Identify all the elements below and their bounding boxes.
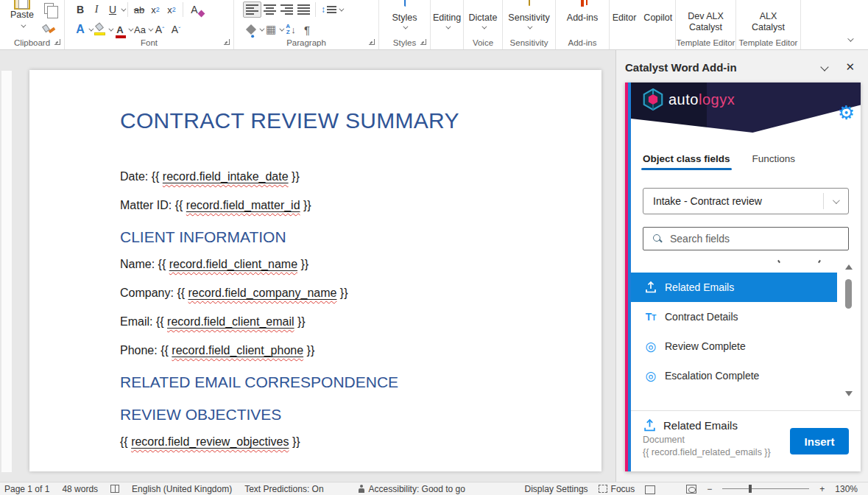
sensitivity-group-label: Sensitivity — [503, 38, 555, 47]
tab-object-class-fields[interactable]: Object class fields — [643, 153, 730, 170]
word-count[interactable]: 48 words — [62, 484, 98, 494]
editing-button[interactable]: Editing — [431, 0, 463, 37]
addins-button[interactable]: Add-ins — [556, 0, 609, 37]
accessibility-status[interactable]: Accessibility: Good to go — [369, 484, 465, 494]
upload-icon — [643, 281, 659, 294]
addins-icon — [581, 0, 584, 7]
page-indicator[interactable]: Page 1 of 1 — [4, 484, 49, 494]
field-list-item[interactable]: TTContract Details — [631, 302, 837, 331]
merge-field[interactable]: record.field_company_name — [188, 287, 337, 299]
sort-button[interactable]: AZ↓ — [283, 21, 299, 38]
format-painter-icon[interactable] — [43, 24, 54, 35]
paragraph-dialog-launcher-icon[interactable] — [369, 39, 375, 45]
alx-catalyst-button[interactable]: ALXCatalyst — [736, 0, 800, 37]
italic-button[interactable]: I — [88, 1, 105, 18]
align-center-icon — [264, 4, 276, 15]
chevron-down-icon — [527, 24, 532, 29]
paste-button[interactable]: Paste — [6, 0, 38, 30]
justify-button[interactable] — [295, 1, 312, 18]
pane-close-icon[interactable]: ✕ — [845, 60, 855, 74]
font-color-button[interactable]: A — [112, 21, 128, 38]
borders-button[interactable]: ▦ — [263, 21, 279, 38]
change-case-button[interactable]: Aa — [132, 21, 148, 38]
zoom-in-button[interactable]: + — [819, 484, 825, 494]
copilot-button[interactable]: Copilot — [643, 0, 672, 23]
chevron-down-icon[interactable] — [121, 6, 126, 11]
focus-button[interactable]: Focus — [599, 484, 635, 494]
search-input[interactable] — [670, 233, 848, 245]
object-class-dropdown[interactable]: Intake - Contract review — [643, 188, 849, 214]
collapse-ribbon-chevron-icon[interactable] — [847, 35, 853, 41]
styles-icon — [403, 0, 406, 7]
tab-functions[interactable]: Functions — [752, 153, 796, 170]
editor-button[interactable]: Editor — [613, 0, 637, 23]
vertical-ruler[interactable] — [1, 71, 12, 472]
font-group-label: Font — [65, 38, 233, 47]
task-pane: Catalyst Word Add-in ✕ autologyx ⚙ — [615, 50, 868, 482]
text-predictions[interactable]: Text Predictions: On — [244, 484, 323, 494]
merge-field[interactable]: record.field_client_phone — [172, 344, 303, 357]
merge-field[interactable]: record.field_client_email — [167, 315, 294, 328]
zoom-slider-handle[interactable] — [749, 485, 752, 493]
highlight-color-button[interactable] — [92, 21, 108, 38]
align-left-button[interactable] — [243, 1, 261, 18]
align-center-button[interactable] — [261, 1, 278, 18]
display-settings-button[interactable]: Display Settings — [512, 484, 588, 494]
chevron-down-icon[interactable] — [339, 6, 344, 11]
proofing-icon[interactable] — [110, 485, 119, 493]
scroll-thumb[interactable] — [845, 279, 852, 309]
strikethrough-button[interactable]: ab — [131, 1, 147, 18]
merge-field[interactable]: record.field_matter_id — [186, 199, 300, 211]
doc-merge-line: Phone: {{ record.field_client_phone }} — [120, 343, 515, 359]
target-icon: ◎ — [643, 340, 659, 353]
field-list-item[interactable]: ◎Escalation Complete — [631, 361, 837, 390]
language-indicator[interactable]: English (United Kingdom) — [132, 484, 232, 494]
pane-card: autologyx ⚙ Object class fields Function… — [625, 82, 861, 471]
line-spacing-button[interactable]: ↕ — [319, 1, 339, 18]
text-effects-button[interactable]: A — [72, 21, 88, 38]
align-right-button[interactable] — [278, 1, 295, 18]
clipboard-dialog-launcher-icon[interactable] — [54, 39, 60, 45]
pane-chevron-down-icon[interactable] — [821, 63, 829, 71]
settings-gear-icon[interactable]: ⚙ — [838, 103, 855, 122]
document-page[interactable]: CONTRACT REVIEW SUMMARYDate: {{ record.f… — [29, 70, 601, 471]
clear-formatting-button[interactable]: A — [186, 1, 202, 18]
superscript-button[interactable]: x2 — [163, 1, 180, 18]
doc-heading: RELATED EMAIL CORRESPONDENCE — [120, 373, 515, 391]
shading-button[interactable] — [243, 21, 259, 38]
merge-field[interactable]: record.field_intake_date — [163, 170, 289, 183]
search-box[interactable] — [643, 227, 849, 250]
updown-arrow-icon: ↕ — [321, 4, 325, 15]
insert-button[interactable]: Insert — [790, 428, 849, 454]
doc-heading: REVIEW OBJECTIVES — [120, 406, 515, 424]
field-list-item[interactable]: ◎Review Complete — [631, 331, 837, 361]
styles-dialog-launcher-icon[interactable] — [420, 39, 426, 45]
subscript-button[interactable]: x2 — [147, 1, 163, 18]
zoom-level[interactable]: 130% — [835, 484, 858, 494]
font-dialog-launcher-icon[interactable] — [224, 39, 230, 45]
zoom-out-button[interactable]: − — [707, 484, 712, 494]
dictate-button[interactable]: Dictate — [464, 0, 502, 37]
sensitivity-button[interactable]: Sensitivity — [503, 0, 555, 37]
scroll-up-icon[interactable] — [845, 264, 853, 270]
styles-button[interactable]: Styles — [379, 0, 430, 37]
copy-icon[interactable] — [44, 3, 54, 14]
ribbon-group-voice: Dictate Voice — [464, 0, 503, 49]
scroll-down-icon[interactable] — [845, 391, 853, 396]
show-formatting-button[interactable]: ¶ — [299, 21, 315, 38]
bold-button[interactable]: B — [72, 1, 88, 18]
underline-button[interactable]: U — [105, 1, 121, 18]
zoom-slider[interactable] — [722, 488, 809, 489]
chevron-down-icon — [445, 24, 451, 29]
ribbon-group-sensitivity: Sensitivity Sensitivity — [503, 0, 556, 49]
read-mode-button[interactable] — [645, 485, 655, 494]
text-icon: TT — [643, 311, 659, 323]
dev-alx-catalyst-button[interactable]: Dev ALXCatalyst — [676, 0, 735, 37]
web-layout-button[interactable] — [686, 485, 696, 494]
merge-field[interactable]: record.field_review_objectives — [131, 435, 289, 448]
field-list-item[interactable]: Related Emails — [631, 273, 837, 302]
shrink-font-button[interactable]: Aˇ — [168, 21, 184, 38]
grow-font-button[interactable]: Aˆ — [152, 21, 168, 38]
merge-field[interactable]: record.field_client_name — [169, 258, 297, 270]
list-scrollbar[interactable] — [843, 264, 855, 399]
